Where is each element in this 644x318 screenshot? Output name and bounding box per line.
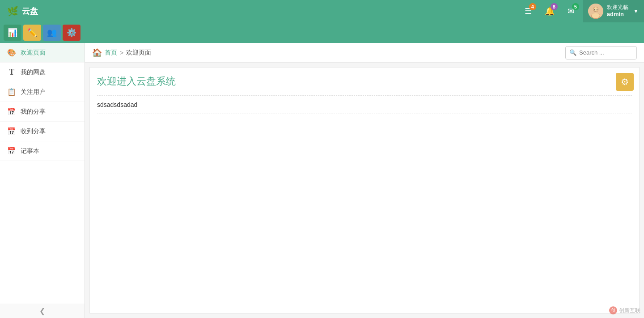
notification-button[interactable]: 🔔 8: [540, 0, 559, 22]
gear-icon: ⚙️: [67, 28, 76, 38]
breadcrumb-bar: 🏠 首页 > 欢迎页面 🔍: [85, 43, 644, 63]
content-divider-bottom: [97, 114, 632, 114]
layout: 🎨 欢迎页面 T 我的网盘 📋 关注用户 📅 我的分享 📅 收到分享 📅 记事本…: [0, 43, 644, 318]
svg-point-4: [592, 13, 600, 18]
sidebar-item-receiveshare[interactable]: 📅 收到分享: [0, 122, 85, 141]
palette-icon: 🎨: [7, 48, 16, 57]
search-icon: 🔍: [569, 49, 576, 56]
user-greeting: 欢迎光临,: [607, 4, 630, 11]
follow-icon: 📋: [7, 88, 16, 97]
mail-badge: 5: [572, 3, 579, 10]
users-button[interactable]: 👥: [43, 25, 61, 41]
header: 🌿 云盘 ☰ 4 🔔 8 ✉ 5: [0, 0, 644, 22]
myshare-icon: 📅: [7, 107, 16, 116]
sidebar-label-welcome: 欢迎页面: [21, 49, 46, 57]
sidebar-item-myshare[interactable]: 📅 我的分享: [0, 102, 85, 122]
svg-point-5: [594, 9, 595, 10]
sidebar-label-receiveshare: 收到分享: [21, 127, 46, 136]
logo-text: 云盘: [22, 6, 38, 17]
watermark-text: 创新互联: [619, 307, 640, 314]
sidebar-item-mycloud[interactable]: T 我的网盘: [0, 63, 85, 82]
sidebar-collapse-button[interactable]: ❮: [0, 304, 85, 318]
breadcrumb-current: 欢迎页面: [126, 49, 151, 57]
user-menu[interactable]: 欢迎光临, admin ▼: [583, 0, 644, 22]
search-box[interactable]: 🔍: [565, 46, 637, 59]
main-content: 🏠 首页 > 欢迎页面 🔍 ⚙ 欢迎进入云盘系统 sdsadsdsadad: [85, 43, 644, 318]
breadcrumb: 🏠 首页 > 欢迎页面: [92, 48, 151, 58]
settings-toolbar-button[interactable]: ⚙️: [63, 25, 80, 41]
content-area: ⚙ 欢迎进入云盘系统 sdsadsdsadad: [89, 67, 640, 314]
breadcrumb-home-link[interactable]: 首页: [105, 49, 117, 57]
notebook-icon: 📅: [7, 147, 16, 156]
watermark-icon: 创: [609, 306, 617, 314]
user-text: 欢迎光临, admin: [607, 4, 630, 18]
edit-icon: ✏️: [27, 28, 37, 38]
logo-area: 🌿 云盘: [0, 6, 38, 17]
notification-badge: 8: [551, 3, 558, 10]
edit-button[interactable]: ✏️: [23, 25, 41, 41]
menu-badge: 4: [529, 3, 536, 10]
mail-button[interactable]: ✉ 5: [561, 0, 581, 22]
settings-fab-button[interactable]: ⚙: [616, 73, 634, 91]
chevron-down-icon: ▼: [633, 8, 639, 14]
sidebar-label-followuser: 关注用户: [21, 88, 46, 96]
settings-fab-icon: ⚙: [621, 76, 629, 87]
sidebar-label-mycloud: 我的网盘: [21, 68, 46, 76]
chart-button[interactable]: 📊: [4, 25, 21, 41]
text-icon: T: [7, 68, 16, 77]
header-right: ☰ 4 🔔 8 ✉ 5: [518, 0, 644, 22]
avatar: [588, 4, 603, 19]
username: admin: [607, 11, 630, 18]
collapse-icon: ❮: [39, 307, 45, 315]
content-body: sdsadsdsadad: [97, 101, 632, 108]
logo-icon: 🌿: [7, 6, 18, 17]
receiveshare-icon: 📅: [7, 127, 16, 136]
home-icon[interactable]: 🏠: [92, 48, 102, 58]
svg-point-6: [597, 9, 597, 10]
content-divider-top: [97, 95, 632, 96]
sidebar-item-followuser[interactable]: 📋 关注用户: [0, 82, 85, 102]
sidebar: 🎨 欢迎页面 T 我的网盘 📋 关注用户 📅 我的分享 📅 收到分享 📅 记事本…: [0, 43, 85, 318]
chart-icon: 📊: [8, 28, 17, 38]
users-icon: 👥: [47, 28, 57, 38]
breadcrumb-separator: >: [120, 49, 123, 56]
sidebar-label-notebook: 记事本: [21, 147, 39, 155]
page-title: 欢迎进入云盘系统: [97, 75, 632, 88]
toolbar: 📊 ✏️ 👥 ⚙️: [0, 22, 644, 43]
watermark: 创 创新互联: [609, 306, 640, 314]
search-input[interactable]: [579, 49, 633, 56]
sidebar-label-myshare: 我的分享: [21, 108, 46, 116]
sidebar-item-welcome[interactable]: 🎨 欢迎页面: [0, 43, 85, 63]
menu-button[interactable]: ☰ 4: [518, 0, 538, 22]
sidebar-item-notebook[interactable]: 📅 记事本: [0, 141, 85, 161]
